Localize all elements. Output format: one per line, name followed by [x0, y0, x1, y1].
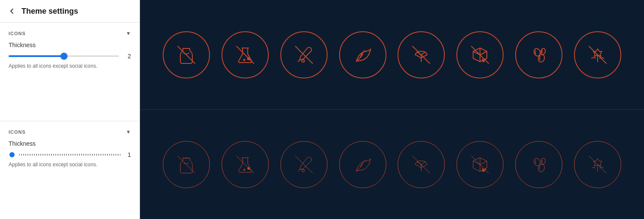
svg-point-23 [302, 169, 304, 172]
dropdown-arrow-2[interactable]: ▼ [126, 129, 131, 135]
lab-no-icon-thick [222, 31, 269, 78]
lab-no-icon-thin [222, 141, 269, 188]
section-label-2: ICONS [9, 129, 26, 135]
sections-wrapper: ICONS ▼ Thickness 2 Applies to all icons… [0, 23, 140, 219]
panel-header: Theme settings [0, 0, 140, 23]
bottle-no-icon-thin [163, 141, 210, 188]
svg-point-6 [302, 60, 304, 62]
back-button[interactable] [7, 6, 17, 16]
section-icons-1: ICONS ▼ Thickness 2 Applies to all icons… [0, 23, 140, 121]
cube-no-icon-thick [456, 31, 504, 78]
grain-no-icon-thin [574, 141, 621, 188]
grain-no-icon-thick [574, 31, 621, 78]
svg-point-19 [248, 167, 250, 169]
slider-thumb-2 [9, 151, 15, 158]
section-icons-2: ICONS ▼ Thickness 1 Applies to all icons… [0, 121, 140, 219]
svg-point-31 [537, 163, 545, 173]
thickness-label-2: Thickness [9, 140, 131, 147]
svg-point-32 [541, 158, 546, 165]
svg-point-20 [244, 169, 245, 170]
slider-track-dotted[interactable] [19, 154, 121, 156]
slider-hint-2: Applies to all icons except social icons… [9, 162, 131, 168]
svg-line-5 [298, 60, 300, 62]
icon-row-thick [140, 0, 644, 110]
beans-icon-thin [515, 141, 562, 188]
svg-line-24 [295, 156, 313, 173]
svg-point-26 [482, 169, 485, 172]
svg-line-21 [237, 156, 254, 173]
right-panel [140, 0, 644, 219]
svg-point-9 [482, 60, 485, 62]
section-header-2: ICONS ▼ [9, 129, 131, 135]
dropdown-arrow-1[interactable]: ▼ [126, 30, 131, 36]
slider-row-2: 1 [9, 151, 131, 158]
svg-point-14 [537, 54, 545, 63]
leaf-icon-thin [339, 141, 386, 188]
bottle-no-icon-thick [163, 31, 210, 78]
left-panel: Theme settings ICONS ▼ Thickness 2 Appli… [0, 0, 140, 219]
section-label-1: ICONS [9, 31, 26, 36]
slider-row-1: 2 [9, 53, 131, 60]
svg-point-30 [533, 157, 541, 167]
svg-point-28 [482, 168, 483, 169]
svg-point-15 [541, 48, 546, 55]
slider-value-1: 2 [124, 53, 131, 60]
cube-no-icon-thin [456, 141, 504, 188]
leaf-icon-thick [339, 31, 386, 78]
svg-line-22 [298, 170, 300, 171]
svg-point-3 [244, 59, 245, 60]
section-header-1: ICONS ▼ [9, 30, 131, 36]
herb-no-icon-thin [398, 141, 445, 188]
slider-hint-1: Applies to all icons except social icons… [9, 63, 131, 69]
panel-title: Theme settings [21, 7, 78, 16]
thickness-slider-1[interactable] [9, 55, 119, 57]
dropper-no-icon-thin [280, 141, 328, 188]
beans-icon-thick [515, 31, 562, 78]
dropper-no-icon-thick [280, 31, 328, 78]
svg-point-11 [482, 58, 483, 60]
thickness-label-1: Thickness [9, 42, 131, 48]
herb-no-icon-thick [398, 31, 445, 78]
icon-row-thin [140, 110, 644, 219]
slider-value-2: 1 [124, 151, 131, 158]
